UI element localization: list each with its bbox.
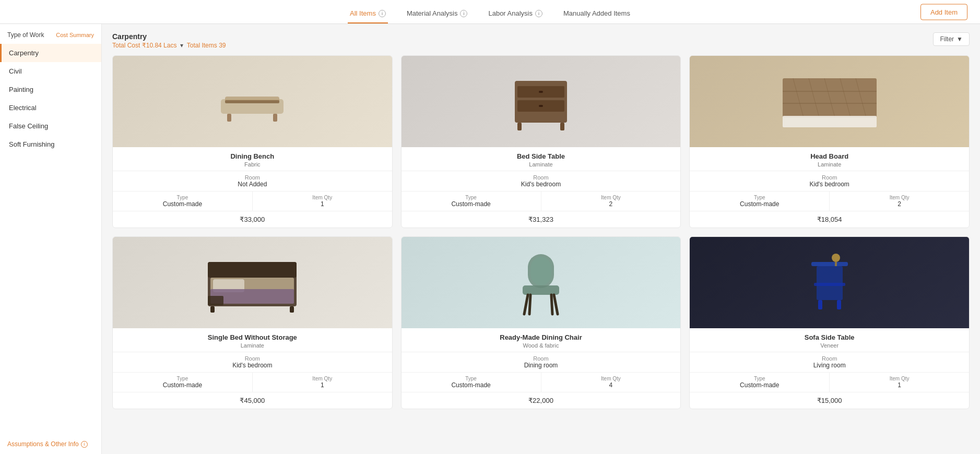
tab-all-items-label: All Items — [350, 9, 376, 17]
item-image-dining-bench — [113, 56, 392, 147]
svg-rect-9 — [539, 105, 543, 107]
item-price: ₹18,054 — [690, 211, 969, 228]
sidebar-header: Type of Work Cost Summary — [0, 24, 101, 44]
item-material: Laminate — [408, 161, 675, 168]
assumptions-info-icon: i — [81, 441, 88, 448]
item-info: Ready-Made Dining Chair Wood & fabric — [402, 328, 681, 352]
item-type-section: Type Custom-made — [690, 192, 830, 211]
assumptions-label: Assumptions & Other Info — [7, 440, 79, 448]
item-price: ₹45,000 — [113, 392, 392, 409]
cost-summary-link[interactable]: Cost Summary — [56, 32, 94, 38]
item-qty-section: Item Qty 4 — [541, 373, 681, 392]
tab-material-analysis-label: Material Analysis — [407, 9, 458, 17]
filter-button[interactable]: Filter ▼ — [933, 32, 970, 46]
item-price: ₹33,000 — [113, 211, 392, 228]
svg-rect-30 — [530, 257, 551, 285]
filter-icon: ▼ — [957, 35, 963, 43]
item-details: Type Custom-made Item Qty 2 — [690, 192, 969, 211]
svg-rect-10 — [517, 123, 522, 130]
item-details: Type Custom-made Item Qty 2 — [402, 192, 681, 211]
qty-label: Item Qty — [546, 195, 677, 200]
section-info: Carpentry Total Cost ₹10.84 Lacs ▾ Total… — [112, 32, 226, 49]
item-image-headboard — [690, 56, 969, 147]
svg-line-34 — [529, 295, 530, 314]
item-name: Ready-Made Dining Chair — [408, 333, 675, 341]
single-bed-illustration — [200, 246, 304, 319]
sidebar-item-soft-furnishing[interactable]: Soft Furnishing — [0, 135, 101, 153]
svg-rect-41 — [818, 300, 822, 309]
room-label: Room — [408, 174, 675, 181]
type-value: Custom-made — [694, 200, 825, 208]
room-label: Room — [119, 174, 386, 181]
type-of-work-label: Type of Work — [7, 31, 44, 39]
item-price: ₹15,000 — [690, 392, 969, 409]
sidebar-item-painting[interactable]: Painting — [0, 80, 101, 99]
qty-label: Item Qty — [257, 376, 388, 381]
total-cost-label: Total Cost — [112, 42, 140, 49]
svg-rect-4 — [273, 114, 277, 122]
item-type-section: Type Custom-made — [113, 373, 253, 392]
tab-all-items[interactable]: All Items i — [348, 5, 388, 23]
filter-label: Filter — [940, 35, 954, 43]
sidebar-item-electrical[interactable]: Electrical — [0, 99, 101, 117]
tab-material-analysis[interactable]: Material Analysis i — [405, 5, 470, 23]
sidebar-item-carpentry[interactable]: Carpentry — [0, 44, 101, 62]
assumptions-link[interactable]: Assumptions & Other Info i — [0, 433, 101, 454]
sidebar-item-civil[interactable]: Civil — [0, 62, 101, 80]
qty-value: 2 — [546, 200, 677, 208]
tab-labor-analysis[interactable]: Labor Analysis i — [486, 5, 545, 23]
headboard-illustration — [777, 68, 882, 136]
tab-labor-analysis-label: Labor Analysis — [488, 9, 533, 17]
qty-value: 2 — [834, 200, 965, 208]
qty-value: 1 — [834, 381, 965, 389]
item-card[interactable]: Head Board Laminate Room Kid's bedroom T… — [689, 55, 970, 228]
type-label: Type — [117, 195, 248, 200]
sidebar-item-painting-label: Painting — [9, 86, 33, 93]
svg-rect-42 — [837, 300, 841, 309]
item-card[interactable]: Sofa Side Table Veneer Room Living room … — [689, 236, 970, 409]
item-card[interactable]: Single Bed Without Storage Laminate Room… — [112, 236, 393, 409]
sidebar-item-carpentry-label: Carpentry — [9, 49, 39, 57]
svg-line-32 — [524, 295, 528, 314]
type-label: Type — [406, 376, 537, 381]
section-title: Carpentry — [112, 32, 226, 41]
item-room: Room Living room — [690, 352, 969, 373]
item-image-dining-chair — [402, 237, 681, 328]
item-type-section: Type Custom-made — [402, 192, 541, 211]
item-card[interactable]: Ready-Made Dining Chair Wood & fabric Ro… — [401, 236, 681, 409]
svg-rect-40 — [835, 262, 837, 266]
type-value: Custom-made — [117, 381, 248, 389]
sidebar-item-civil-label: Civil — [9, 67, 22, 75]
item-image-sofa-side-table — [690, 237, 969, 328]
item-card[interactable]: Dining Bench Fabric Room Not Added Type … — [112, 55, 393, 228]
sidebar-item-electrical-label: Electrical — [9, 104, 37, 112]
item-info: Single Bed Without Storage Laminate — [113, 328, 392, 352]
content-area: Carpentry Total Cost ₹10.84 Lacs ▾ Total… — [102, 24, 980, 454]
room-value: Kid's bedroom — [119, 362, 386, 369]
item-image-single-bed — [113, 237, 392, 328]
room-value: Kid's bedroom — [408, 181, 675, 188]
sofa-side-table-illustration — [788, 246, 871, 319]
item-info: Bed Side Table Laminate — [402, 147, 681, 171]
item-image-bedside-table — [402, 56, 681, 147]
tab-manually-added-label: Manually Added Items — [563, 9, 630, 17]
type-value: Custom-made — [406, 381, 537, 389]
total-items-value: 39 — [219, 42, 226, 49]
type-label: Type — [406, 195, 537, 200]
item-room: Room Kid's bedroom — [113, 352, 392, 373]
sidebar-item-false-ceiling[interactable]: False Ceiling — [0, 117, 101, 135]
item-card[interactable]: Bed Side Table Laminate Room Kid's bedro… — [401, 55, 681, 228]
item-info: Dining Bench Fabric — [113, 147, 392, 171]
item-room: Room Kid's bedroom — [402, 171, 681, 192]
item-name: Single Bed Without Storage — [119, 333, 386, 341]
svg-line-35 — [551, 295, 552, 314]
sidebar: Type of Work Cost Summary Carpentry Civi… — [0, 24, 102, 454]
svg-line-33 — [554, 295, 558, 314]
item-type-section: Type Custom-made — [113, 192, 253, 211]
item-details: Type Custom-made Item Qty 1 — [113, 192, 392, 211]
add-item-button[interactable]: Add Item — [920, 4, 967, 20]
qty-label: Item Qty — [834, 195, 965, 200]
tab-manually-added[interactable]: Manually Added Items — [561, 5, 632, 23]
item-name: Bed Side Table — [408, 152, 675, 160]
svg-rect-26 — [208, 296, 223, 305]
